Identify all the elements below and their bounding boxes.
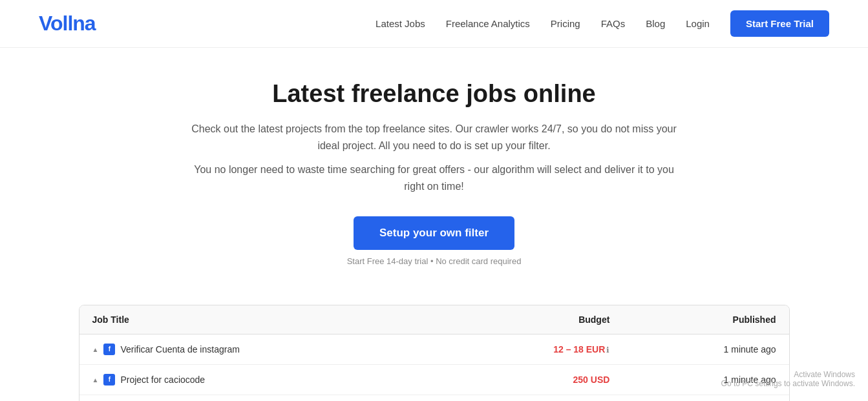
nav-login[interactable]: Login bbox=[686, 18, 710, 29]
table-header-row: Job Title Budget Published bbox=[79, 305, 789, 334]
nav-faqs[interactable]: FAQs bbox=[601, 18, 626, 29]
budget-cell: 12 – 18 EURℹ bbox=[448, 334, 622, 365]
nav-freelance-analytics[interactable]: Freelance Analytics bbox=[446, 18, 530, 29]
published-cell: 1 minute ago bbox=[622, 334, 789, 365]
hero-section: Latest freelance jobs online Check out t… bbox=[176, 48, 693, 285]
job-title-text: Verificar Cuenta de instagram bbox=[120, 344, 239, 355]
budget-cell: 100 CAD bbox=[448, 395, 622, 401]
hero-desc-2: You no longer need to waste time searchi… bbox=[189, 161, 680, 194]
col-budget: Budget bbox=[448, 305, 622, 334]
chevron-up-icon[interactable]: ▲ bbox=[92, 346, 99, 353]
nav-pricing[interactable]: Pricing bbox=[551, 18, 580, 29]
table-row: ▲ f Project for Minahil H. -- 2 100 CAD1… bbox=[79, 395, 789, 401]
job-title-cell: ▲ f Project for Minahil H. -- 2 bbox=[79, 395, 448, 401]
job-title-cell: ▲ f Verificar Cuenta de instagram bbox=[79, 334, 448, 365]
hero-title: Latest freelance jobs online bbox=[189, 80, 680, 108]
job-title-text: Project for caciocode bbox=[120, 375, 205, 385]
col-published: Published bbox=[622, 305, 789, 334]
hero-desc-1: Check out the latest projects from the t… bbox=[189, 121, 680, 154]
main-nav: Latest Jobs Freelance Analytics Pricing … bbox=[376, 10, 829, 37]
jobs-table-section: Job Title Budget Published ▲ f Verificar… bbox=[79, 305, 790, 401]
start-free-trial-button[interactable]: Start Free Trial bbox=[730, 10, 829, 37]
col-job-title: Job Title bbox=[79, 305, 448, 334]
published-cell: 1 minute ago bbox=[622, 365, 789, 395]
trial-note: Start Free 14-day trial • No credit card… bbox=[189, 256, 680, 266]
budget-value: 12 – 18 EUR bbox=[553, 344, 605, 355]
site-logo[interactable]: Vollna bbox=[39, 12, 96, 36]
budget-info-icon: ℹ bbox=[606, 345, 609, 355]
table-row: ▲ f Project for caciocode 250 USD1 minut… bbox=[79, 365, 789, 395]
source-icon: f bbox=[103, 344, 115, 355]
budget-value: 250 USD bbox=[573, 375, 610, 385]
source-icon: f bbox=[103, 374, 115, 386]
nav-blog[interactable]: Blog bbox=[646, 18, 665, 29]
published-cell: 1 minute ago bbox=[622, 395, 789, 401]
chevron-up-icon[interactable]: ▲ bbox=[92, 376, 99, 384]
table-row: ▲ f Verificar Cuenta de instagram 12 – 1… bbox=[79, 334, 789, 365]
setup-filter-button[interactable]: Setup your own filter bbox=[354, 216, 514, 250]
budget-cell: 250 USD bbox=[448, 365, 622, 395]
nav-latest-jobs[interactable]: Latest Jobs bbox=[376, 18, 425, 29]
job-title-cell: ▲ f Project for caciocode bbox=[79, 365, 448, 395]
jobs-table: Job Title Budget Published ▲ f Verificar… bbox=[79, 305, 789, 401]
